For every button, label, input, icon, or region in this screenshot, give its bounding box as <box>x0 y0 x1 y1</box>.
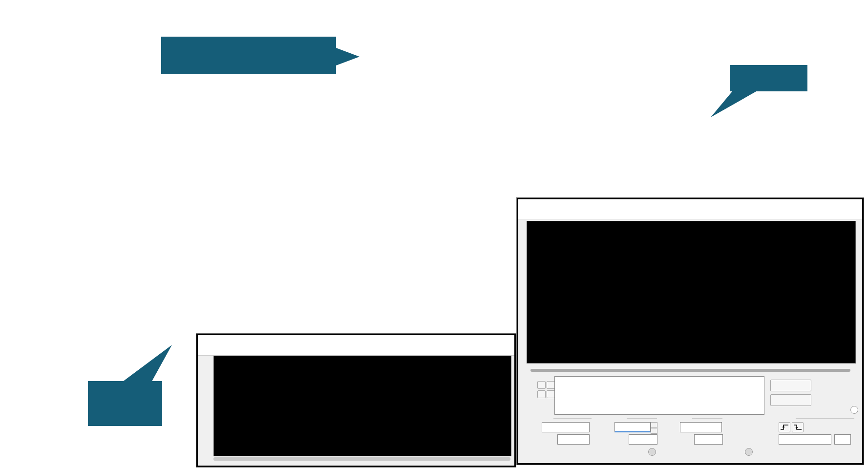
la-waveforms <box>214 373 511 456</box>
cha-knob[interactable] <box>648 448 656 456</box>
scope-readout-panel <box>554 376 764 415</box>
timebase-groupline <box>553 418 592 419</box>
timebase-xpos-input[interactable] <box>557 434 590 445</box>
timebase-scale-input[interactable] <box>542 422 590 432</box>
trigger-level-unit[interactable] <box>834 434 851 445</box>
trigger-groupline <box>796 418 854 419</box>
scope-close-icon[interactable] <box>846 203 857 214</box>
reverse-button[interactable] <box>770 380 811 391</box>
logic-analyzer-window <box>196 334 516 467</box>
callout-am-source <box>161 37 336 74</box>
la-close-icon[interactable] <box>498 339 509 351</box>
falling-edge-button[interactable] <box>792 422 804 432</box>
simulation-page <box>0 0 868 469</box>
spinner-up-icon[interactable] <box>651 422 657 428</box>
chb-knob[interactable] <box>745 448 753 456</box>
chb-groupline <box>692 418 722 419</box>
scope-screen <box>527 221 856 363</box>
callout-gain <box>730 65 807 91</box>
callout-clock <box>88 381 162 426</box>
scope-titlebar[interactable] <box>518 199 862 219</box>
la-scrollbar[interactable] <box>213 457 510 461</box>
chb-scale-input[interactable] <box>680 422 722 432</box>
cha-scale-spinner[interactable] <box>651 422 657 434</box>
t2-left-button[interactable] <box>537 390 546 398</box>
la-display <box>213 356 511 456</box>
callout1-tail <box>336 48 360 65</box>
la-titlebar[interactable] <box>198 335 514 356</box>
save-button[interactable] <box>770 394 811 406</box>
trigger-level-input[interactable] <box>779 434 831 445</box>
callout2-tail <box>711 91 757 117</box>
oscilloscope-window <box>517 198 864 465</box>
rising-edge-button[interactable] <box>779 422 790 432</box>
cha-scale-input[interactable] <box>614 422 651 432</box>
callout3-tail <box>122 345 172 382</box>
scope-scrollbar[interactable] <box>530 369 850 372</box>
spinner-down-icon[interactable] <box>651 428 657 434</box>
t1-right-button[interactable] <box>547 381 555 389</box>
t2-right-button[interactable] <box>547 390 555 398</box>
t1-left-button[interactable] <box>537 381 546 389</box>
chb-ypos-input[interactable] <box>694 434 723 445</box>
scope-waveforms <box>527 221 855 363</box>
cha-ypos-input[interactable] <box>629 434 657 445</box>
ext-trigger-radio[interactable] <box>850 406 858 414</box>
cha-groupline <box>627 418 657 419</box>
